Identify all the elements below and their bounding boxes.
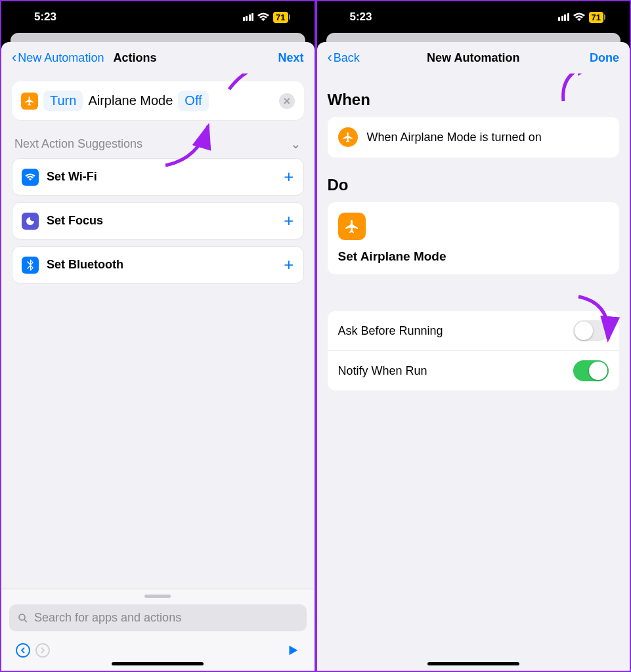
toggle-group: Ask Before Running Notify When Run — [328, 311, 620, 390]
nav-title: New Automation — [427, 51, 519, 65]
notify-label: Notify When Run — [338, 364, 427, 378]
when-text: When Airplane Mode is turned on — [367, 131, 542, 144]
ask-before-running-row: Ask Before Running — [328, 311, 620, 350]
status-bar: 5:23 71 — [317, 1, 630, 33]
action-subject: Airplane Mode — [88, 93, 173, 108]
action-card[interactable]: Turn Airplane Mode Off ✕ — [12, 81, 304, 120]
phone-right: 5:23 71 ‹ Back New Automa — [317, 1, 630, 671]
airplane-icon — [21, 93, 38, 110]
suggestions-header[interactable]: Next Action Suggestions ⌄ — [12, 136, 304, 152]
airplane-icon — [338, 213, 366, 240]
back-label: New Automation — [18, 51, 104, 65]
notify-toggle[interactable] — [573, 360, 609, 381]
sheet: ‹ New Automation Actions Next Turn Airpl… — [1, 42, 315, 671]
undo-button[interactable] — [13, 640, 33, 660]
svg-point-3 — [36, 644, 49, 657]
do-label: Set Airplane Mode — [338, 249, 609, 264]
suggestions-list: Set Wi-Fi + Set Focus + Se — [12, 158, 304, 284]
state-pill[interactable]: Off — [178, 91, 208, 111]
status-time: 5:23 — [350, 10, 372, 24]
toolbar — [9, 631, 307, 664]
chevron-down-icon: ⌄ — [290, 136, 301, 152]
do-header: Do — [328, 176, 620, 194]
svg-line-1 — [24, 620, 27, 622]
back-label: Back — [334, 51, 360, 65]
cellular-icon — [243, 13, 254, 21]
search-placeholder: Search for apps and actions — [34, 611, 181, 625]
status-time: 5:23 — [34, 10, 56, 24]
home-indicator[interactable] — [112, 662, 204, 665]
when-header: When — [328, 91, 620, 109]
suggestion-label: Set Bluetooth — [47, 258, 123, 272]
play-button[interactable] — [283, 640, 303, 660]
plus-icon: + — [284, 255, 294, 275]
wifi-icon — [257, 12, 269, 22]
suggestion-focus[interactable]: Set Focus + — [12, 202, 304, 240]
suggestions-header-label: Next Action Suggestions — [14, 137, 142, 151]
status-right: 71 — [558, 12, 603, 23]
close-icon: ✕ — [283, 96, 291, 106]
svg-point-0 — [19, 614, 25, 620]
back-button[interactable]: ‹ Back — [328, 49, 360, 66]
cellular-icon — [558, 13, 569, 21]
battery-icon: 71 — [589, 12, 603, 23]
ask-toggle[interactable] — [573, 320, 609, 341]
turn-pill[interactable]: Turn — [43, 91, 83, 111]
phone-left: 5:23 71 ‹ New Automation Actio — [1, 1, 315, 671]
drag-handle[interactable] — [144, 595, 171, 598]
redo-button[interactable] — [33, 640, 53, 660]
sheet: ‹ Back New Automation Done When When Air… — [317, 42, 630, 671]
focus-app-icon — [22, 213, 39, 230]
home-indicator[interactable] — [427, 662, 519, 665]
notify-when-run-row: Notify When Run — [328, 350, 620, 390]
bluetooth-app-icon — [22, 257, 39, 274]
do-card[interactable]: Set Airplane Mode — [328, 202, 620, 274]
suggestion-label: Set Focus — [47, 214, 103, 228]
battery-icon: 71 — [273, 12, 288, 23]
clear-button[interactable]: ✕ — [279, 93, 295, 109]
suggestion-label: Set Wi-Fi — [47, 170, 97, 184]
bottom-panel: Search for apps and actions — [1, 589, 315, 671]
nav-bar: ‹ New Automation Actions Next — [1, 42, 315, 74]
plus-icon: + — [284, 211, 294, 231]
airplane-icon — [338, 127, 358, 147]
svg-point-2 — [16, 644, 30, 657]
suggestion-bluetooth[interactable]: Set Bluetooth + — [12, 246, 304, 284]
next-button[interactable]: Next — [278, 51, 303, 65]
search-icon — [17, 612, 29, 624]
nav-bar: ‹ Back New Automation Done — [317, 42, 630, 74]
chevron-left-icon: ‹ — [328, 49, 332, 66]
suggestion-wifi[interactable]: Set Wi-Fi + — [12, 158, 304, 196]
status-bar: 5:23 71 — [1, 1, 315, 33]
ask-label: Ask Before Running — [338, 324, 443, 338]
wifi-app-icon — [22, 169, 39, 186]
back-button[interactable]: ‹ New Automation Actions — [12, 49, 156, 66]
plus-icon: + — [284, 167, 294, 187]
nav-title: Actions — [113, 51, 156, 65]
done-button[interactable]: Done — [590, 51, 619, 65]
status-right: 71 — [243, 12, 288, 23]
wifi-icon — [573, 12, 585, 22]
search-input[interactable]: Search for apps and actions — [9, 604, 307, 631]
chevron-left-icon: ‹ — [12, 49, 16, 66]
when-card[interactable]: When Airplane Mode is turned on — [328, 117, 620, 158]
